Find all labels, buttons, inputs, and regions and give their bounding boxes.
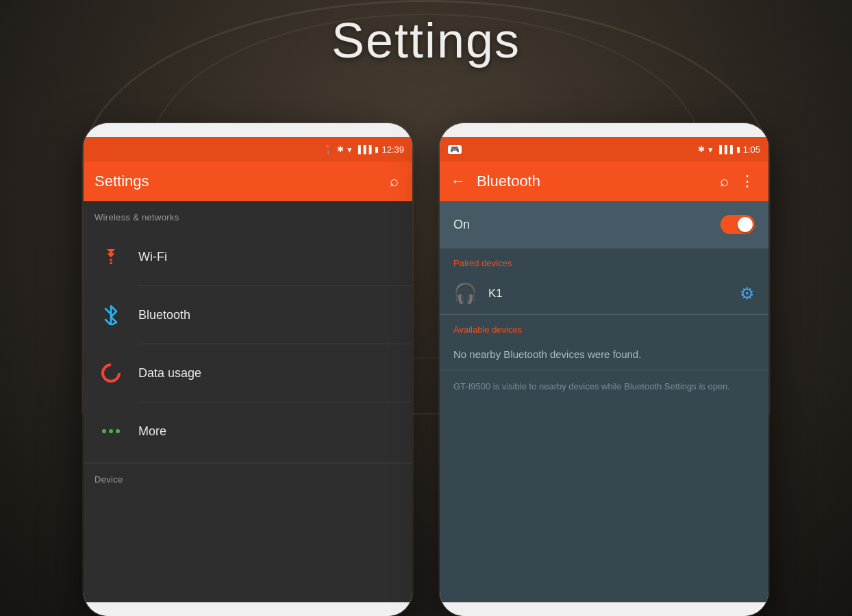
- settings-item-wifi[interactable]: Wi-Fi: [84, 228, 412, 285]
- phone-right-top-bezel: [440, 123, 768, 137]
- data-usage-icon: [95, 357, 127, 389]
- signal-icon-right: ▐▐▐: [716, 145, 732, 153]
- bluetooth-toggle-switch[interactable]: [721, 215, 755, 234]
- status-bar-right: 🎮 ✱ ▾ ▐▐▐ ▮ 1:05: [440, 137, 768, 162]
- status-bar-left: 📍 ✱ ▾ ▐▐▐ ▮ 12:39: [84, 137, 412, 162]
- settings-content: Wireless & networks Wi-Fi: [84, 201, 412, 602]
- back-button[interactable]: ←: [451, 172, 466, 190]
- bluetooth-label: Bluetooth: [138, 308, 190, 322]
- settings-title: Settings: [95, 172, 381, 190]
- battery-icon-right: ▮: [736, 145, 740, 154]
- paired-device-K1[interactable]: 🎧 K1 ⚙: [440, 272, 768, 314]
- status-time-left: 12:39: [381, 144, 404, 155]
- dot-2: [109, 429, 113, 433]
- signal-icon: ▐▐▐: [355, 145, 371, 153]
- no-devices-message: No nearby Bluetooth devices were found.: [440, 339, 768, 370]
- bluetooth-toggle-row[interactable]: On: [440, 201, 768, 248]
- battery-icon: ▮: [375, 145, 379, 154]
- visibility-note: GT-I9500 is visible to nearby devices wh…: [440, 370, 768, 407]
- more-label: More: [138, 424, 166, 439]
- settings-item-data-usage[interactable]: Data usage: [84, 344, 412, 402]
- available-devices-header: Available devices: [440, 315, 768, 339]
- settings-item-bluetooth[interactable]: Bluetooth: [84, 286, 412, 344]
- app-bar-bluetooth: ← Bluetooth ⌕ ⋮: [440, 162, 768, 201]
- phones-container: 📍 ✱ ▾ ▐▐▐ ▮ 12:39 Settings ⌕ Wireless & …: [0, 123, 852, 616]
- bluetooth-content: On Paired devices 🎧 K1 ⚙ Available devic…: [440, 201, 768, 602]
- headphone-icon: 🎧: [453, 282, 477, 305]
- device-header: Device: [84, 463, 412, 490]
- location-icon: 📍: [323, 144, 334, 155]
- bluetooth-icon: [95, 298, 127, 331]
- paired-devices-header: Paired devices: [440, 248, 768, 272]
- wifi-label: Wi-Fi: [138, 250, 167, 264]
- status-time-right: 1:05: [743, 144, 760, 155]
- wifi-status-icon-right: ▾: [708, 144, 713, 155]
- app-bar-settings: Settings ⌕: [84, 162, 412, 201]
- data-usage-label: Data usage: [138, 366, 201, 381]
- phone-top-bezel: [84, 123, 412, 137]
- settings-search-icon[interactable]: ⌕: [387, 170, 401, 193]
- svg-point-0: [110, 262, 112, 264]
- device-name-K1: K1: [488, 287, 740, 300]
- bluetooth-search-icon[interactable]: ⌕: [717, 170, 731, 193]
- bluetooth-status-icon-right: ✱: [698, 144, 705, 154]
- dot-3: [116, 429, 120, 433]
- status-icons-right-left: 🎮: [448, 145, 462, 154]
- phone-left: 📍 ✱ ▾ ▐▐▐ ▮ 12:39 Settings ⌕ Wireless & …: [84, 123, 412, 616]
- more-icon: [95, 415, 127, 448]
- bluetooth-title: Bluetooth: [477, 172, 712, 190]
- wifi-icon: [95, 240, 127, 273]
- phone-right: 🎮 ✱ ▾ ▐▐▐ ▮ 1:05 ← Bluetooth ⌕ ⋮ On: [440, 123, 768, 616]
- status-icons-right: ✱ ▾ ▐▐▐ ▮: [698, 144, 740, 155]
- phone-bottom-bezel: [84, 602, 412, 616]
- settings-item-more[interactable]: More: [84, 402, 412, 460]
- wireless-networks-header: Wireless & networks: [84, 201, 412, 228]
- phone-right-bottom-bezel: [440, 602, 768, 616]
- toggle-label: On: [453, 218, 470, 232]
- status-icons-left: 📍 ✱ ▾ ▐▐▐ ▮: [323, 144, 379, 155]
- device-settings-icon[interactable]: ⚙: [740, 284, 755, 303]
- dot-1: [102, 429, 106, 433]
- app-notification-icon: 🎮: [448, 145, 462, 154]
- bluetooth-more-icon[interactable]: ⋮: [737, 170, 757, 193]
- wifi-status-icon: ▾: [347, 144, 352, 155]
- bluetooth-status-icon: ✱: [337, 144, 344, 154]
- page-title: Settings: [0, 12, 852, 68]
